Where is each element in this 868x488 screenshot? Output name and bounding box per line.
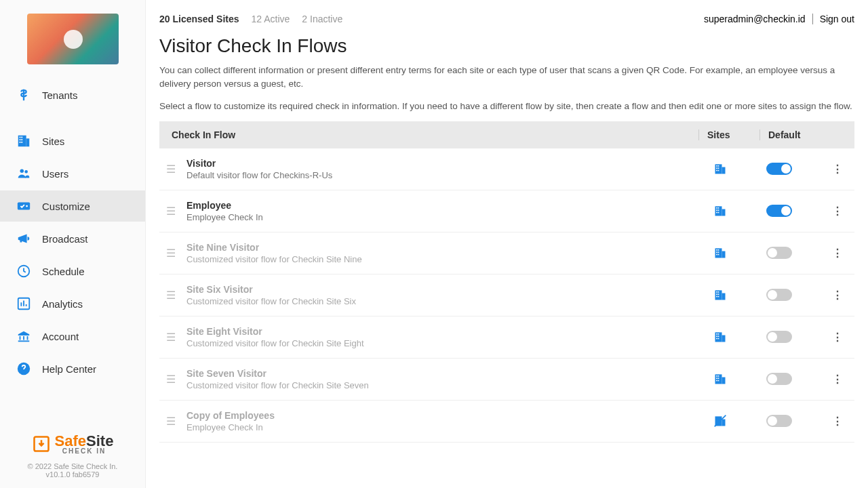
footer-copyright: © 2022 Safe Site Check In. v10.1.0 fab65… bbox=[0, 458, 145, 488]
sidebar-item-help-center[interactable]: Help Center bbox=[0, 353, 145, 384]
flow-row[interactable]: ☰Site Eight VisitorCustomized visitor fl… bbox=[159, 317, 854, 359]
page-title: Visitor Check In Flows bbox=[159, 35, 854, 57]
flow-info: EmployeeEmployee Check In bbox=[186, 200, 705, 222]
sites-icon[interactable] bbox=[705, 204, 760, 218]
sidebar-item-label: Broadcast bbox=[42, 233, 88, 245]
svg-rect-55 bbox=[718, 333, 719, 335]
flow-title: Employee bbox=[186, 200, 705, 211]
user-email[interactable]: superadmin@checkin.id bbox=[704, 14, 806, 24]
sites-icon[interactable] bbox=[705, 246, 760, 260]
help-icon bbox=[12, 361, 35, 376]
licensed-sites: 20 Licensed Sites bbox=[159, 14, 239, 24]
row-menu-icon[interactable]: ⋮ bbox=[827, 331, 848, 344]
svg-rect-15 bbox=[23, 336, 24, 340]
drag-handle-icon[interactable]: ☰ bbox=[166, 289, 186, 302]
svg-rect-4 bbox=[20, 139, 21, 140]
svg-rect-23 bbox=[718, 165, 719, 167]
row-menu-icon[interactable]: ⋮ bbox=[827, 163, 848, 176]
flow-row[interactable]: ☰Site Nine VisitorCustomized visitor flo… bbox=[159, 232, 854, 274]
svg-rect-7 bbox=[21, 142, 22, 143]
sites-icon[interactable] bbox=[705, 372, 760, 386]
flow-description: Employee Check In bbox=[186, 212, 705, 222]
svg-rect-25 bbox=[718, 168, 719, 169]
svg-rect-65 bbox=[718, 378, 719, 380]
svg-rect-45 bbox=[722, 293, 726, 300]
sidebar-item-tenants[interactable]: Tenants bbox=[0, 79, 145, 110]
default-toggle[interactable] bbox=[766, 289, 792, 301]
flow-row[interactable]: ☰VisitorDefault visitor flow for Checkin… bbox=[159, 148, 854, 190]
topbar: 20 Licensed Sites 12 Active 2 Inactive s… bbox=[159, 14, 854, 24]
sites-icon[interactable] bbox=[705, 330, 760, 344]
svg-rect-24 bbox=[716, 168, 717, 169]
svg-rect-29 bbox=[722, 209, 726, 216]
default-toggle[interactable] bbox=[766, 247, 792, 259]
main-content: 20 Licensed Sites 12 Active 2 Inactive s… bbox=[146, 0, 868, 488]
sidebar-item-schedule[interactable]: Schedule bbox=[0, 256, 145, 287]
svg-rect-21 bbox=[722, 167, 726, 174]
flow-row[interactable]: ☰Copy of EmployeesEmployee Check In⋮ bbox=[159, 401, 854, 443]
sidebar-item-broadcast[interactable]: Broadcast bbox=[0, 223, 145, 254]
svg-rect-59 bbox=[718, 338, 719, 340]
flow-description: Customized visitor flow for Checkin Site… bbox=[186, 380, 705, 390]
svg-rect-14 bbox=[20, 336, 21, 340]
flow-row[interactable]: ☰Site Six VisitorCustomized visitor flow… bbox=[159, 274, 854, 317]
chart-icon bbox=[12, 296, 35, 311]
drag-handle-icon[interactable]: ☰ bbox=[166, 247, 186, 260]
default-toggle[interactable] bbox=[766, 373, 792, 385]
row-menu-icon[interactable]: ⋮ bbox=[827, 373, 848, 386]
svg-rect-30 bbox=[716, 207, 717, 209]
flow-info: Copy of EmployeesEmployee Check In bbox=[186, 410, 705, 432]
sidebar-item-label: Schedule bbox=[42, 266, 85, 277]
clock-icon bbox=[12, 264, 35, 279]
flow-title: Copy of Employees bbox=[186, 410, 705, 421]
flow-description: Customized visitor flow for Checkin Site… bbox=[186, 254, 705, 264]
svg-rect-35 bbox=[718, 212, 719, 214]
sidebar-item-label: Help Center bbox=[42, 363, 96, 375]
flow-title: Site Six Visitor bbox=[186, 284, 705, 295]
default-toggle[interactable] bbox=[766, 163, 792, 175]
sites-icon[interactable] bbox=[705, 162, 760, 176]
row-menu-icon[interactable]: ⋮ bbox=[827, 415, 848, 428]
sites-icon[interactable] bbox=[705, 288, 760, 302]
svg-rect-50 bbox=[716, 296, 717, 298]
drag-handle-icon[interactable]: ☰ bbox=[166, 331, 186, 344]
sidebar-item-customize[interactable]: Customize bbox=[0, 190, 145, 222]
drag-handle-icon[interactable]: ☰ bbox=[166, 415, 186, 428]
brand-image[interactable] bbox=[27, 14, 119, 64]
flow-description: Default visitor flow for Checkins-R-Us bbox=[186, 170, 705, 180]
safesite-icon bbox=[32, 434, 51, 453]
sidebar: TenantsSitesUsersCustomizeBroadcastSched… bbox=[0, 0, 146, 488]
sidebar-item-analytics[interactable]: Analytics bbox=[0, 288, 145, 319]
drag-handle-icon[interactable]: ☰ bbox=[166, 205, 186, 218]
flow-row[interactable]: ☰EmployeeEmployee Check In⋮ bbox=[159, 190, 854, 232]
svg-rect-40 bbox=[716, 252, 717, 253]
row-menu-icon[interactable]: ⋮ bbox=[827, 289, 848, 302]
drag-handle-icon[interactable]: ☰ bbox=[166, 163, 186, 176]
flow-info: Site Nine VisitorCustomized visitor flow… bbox=[186, 242, 705, 264]
sidebar-item-label: Analytics bbox=[42, 298, 83, 310]
page-description-1: You can collect different information or… bbox=[159, 64, 854, 92]
bank-icon bbox=[12, 329, 35, 344]
row-menu-icon[interactable]: ⋮ bbox=[827, 205, 848, 218]
svg-rect-1 bbox=[26, 138, 30, 146]
default-toggle[interactable] bbox=[766, 331, 792, 343]
sign-out-link[interactable]: Sign out bbox=[820, 14, 854, 24]
flow-info: Site Eight VisitorCustomized visitor flo… bbox=[186, 326, 705, 348]
svg-rect-31 bbox=[718, 207, 719, 209]
dollar-icon bbox=[12, 87, 35, 102]
default-toggle[interactable] bbox=[766, 205, 792, 217]
flow-row[interactable]: ☰Site Seven VisitorCustomized visitor fl… bbox=[159, 359, 854, 401]
row-menu-icon[interactable]: ⋮ bbox=[827, 247, 848, 260]
sidebar-item-sites[interactable]: Sites bbox=[0, 125, 145, 157]
svg-rect-17 bbox=[18, 340, 30, 342]
svg-rect-63 bbox=[718, 375, 719, 377]
sidebar-item-account[interactable]: Account bbox=[0, 321, 145, 352]
col-default: Default bbox=[760, 129, 821, 140]
sidebar-item-users[interactable]: Users bbox=[0, 158, 145, 189]
default-toggle[interactable] bbox=[766, 415, 792, 427]
svg-rect-39 bbox=[718, 249, 719, 251]
sites-icon[interactable] bbox=[705, 414, 760, 428]
drag-handle-icon[interactable]: ☰ bbox=[166, 373, 186, 386]
svg-rect-38 bbox=[716, 249, 717, 251]
svg-rect-22 bbox=[716, 165, 717, 167]
